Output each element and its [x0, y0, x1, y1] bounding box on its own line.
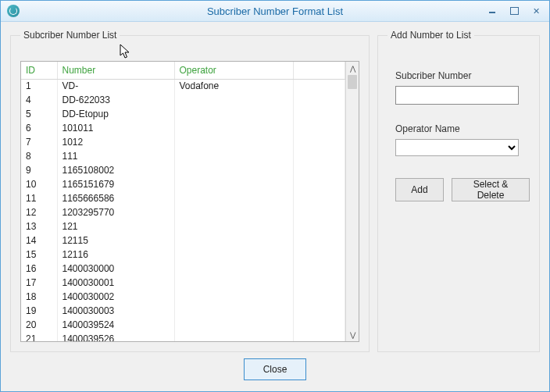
cell-id[interactable]: 10 — [21, 177, 57, 191]
cell-id[interactable]: 18 — [21, 290, 57, 304]
cell-id[interactable]: 15 — [21, 248, 57, 262]
cell-operator[interactable] — [174, 205, 293, 219]
col-header-extra[interactable] — [293, 62, 345, 79]
table-row[interactable]: 8111 — [21, 149, 345, 163]
scroll-up-button[interactable]: ⋀ — [346, 62, 359, 75]
cell-number[interactable]: 1203295770 — [57, 205, 174, 219]
cell-id[interactable]: 20 — [21, 318, 57, 332]
table-row[interactable]: 5DD-Etopup — [21, 107, 345, 121]
add-button[interactable]: Add — [395, 178, 444, 201]
table-row[interactable]: 1512116 — [21, 248, 345, 262]
cell-operator[interactable] — [174, 248, 293, 262]
cell-id[interactable]: 4 — [21, 93, 57, 107]
cell-number[interactable]: 1400030003 — [57, 304, 174, 318]
cell-number[interactable]: DD-622033 — [57, 93, 174, 107]
cell-id[interactable]: 6 — [21, 121, 57, 135]
cell-operator[interactable] — [174, 135, 293, 149]
cell-operator[interactable] — [174, 318, 293, 332]
subscriber-number-input[interactable] — [395, 86, 519, 105]
cell-operator[interactable] — [174, 219, 293, 233]
cell-number[interactable]: 121 — [57, 219, 174, 233]
cell-number[interactable]: 1400030000 — [57, 262, 174, 276]
scroll-thumb[interactable] — [348, 75, 357, 89]
cell-id[interactable]: 19 — [21, 304, 57, 318]
cell-number[interactable]: 1165151679 — [57, 177, 174, 191]
subscriber-table[interactable]: ID Number Operator 1VD-Vodafone4DD-62203… — [21, 62, 345, 341]
col-header-number[interactable]: Number — [57, 62, 174, 79]
cell-extra[interactable] — [293, 304, 345, 318]
cell-id[interactable]: 21 — [21, 332, 57, 341]
cell-operator[interactable] — [174, 276, 293, 290]
cell-id[interactable]: 8 — [21, 149, 57, 163]
table-row[interactable]: 121203295770 — [21, 205, 345, 219]
cell-number[interactable]: 111 — [57, 149, 174, 163]
table-row[interactable]: 111165666586 — [21, 191, 345, 205]
cell-operator[interactable] — [174, 177, 293, 191]
cell-id[interactable]: 17 — [21, 276, 57, 290]
table-header-row[interactable]: ID Number Operator — [21, 62, 345, 79]
col-header-id[interactable]: ID — [21, 62, 57, 79]
table-row[interactable]: 91165108002 — [21, 163, 345, 177]
cell-extra[interactable] — [293, 205, 345, 219]
table-row[interactable]: 191400030003 — [21, 304, 345, 318]
cell-extra[interactable] — [293, 290, 345, 304]
cell-extra[interactable] — [293, 93, 345, 107]
cell-number[interactable]: 1165108002 — [57, 163, 174, 177]
cell-extra[interactable] — [293, 332, 345, 341]
table-row[interactable]: 211400039526 — [21, 332, 345, 341]
cell-id[interactable]: 16 — [21, 262, 57, 276]
cell-extra[interactable] — [293, 135, 345, 149]
table-row[interactable]: 101165151679 — [21, 177, 345, 191]
cell-number[interactable]: 101011 — [57, 121, 174, 135]
cell-number[interactable]: 1012 — [57, 135, 174, 149]
cell-number[interactable]: VD- — [57, 79, 174, 93]
cell-number[interactable]: 1400030001 — [57, 276, 174, 290]
scroll-track[interactable] — [346, 75, 359, 328]
close-button[interactable]: Close — [244, 358, 306, 380]
cell-operator[interactable] — [174, 262, 293, 276]
cell-number[interactable]: 12116 — [57, 248, 174, 262]
table-row[interactable]: 13121 — [21, 219, 345, 233]
cell-extra[interactable] — [293, 276, 345, 290]
cell-operator[interactable] — [174, 332, 293, 341]
table-row[interactable]: 6101011 — [21, 121, 345, 135]
cell-extra[interactable] — [293, 163, 345, 177]
cell-operator[interactable] — [174, 149, 293, 163]
cell-operator[interactable] — [174, 93, 293, 107]
cell-extra[interactable] — [293, 191, 345, 205]
cell-operator[interactable] — [174, 163, 293, 177]
cell-extra[interactable] — [293, 79, 345, 93]
cell-extra[interactable] — [293, 233, 345, 248]
col-header-operator[interactable]: Operator — [174, 62, 293, 79]
cell-operator[interactable] — [174, 290, 293, 304]
cell-extra[interactable] — [293, 177, 345, 191]
cell-id[interactable]: 12 — [21, 205, 57, 219]
cell-operator[interactable] — [174, 233, 293, 248]
cell-number[interactable]: DD-Etopup — [57, 107, 174, 121]
table-row[interactable]: 1VD-Vodafone — [21, 79, 345, 93]
maximize-button[interactable] — [504, 3, 524, 19]
cell-number[interactable]: 1400039524 — [57, 318, 174, 332]
titlebar[interactable]: Subcriber Number Format List — [1, 1, 549, 22]
cell-extra[interactable] — [293, 149, 345, 163]
cell-number[interactable]: 1400039526 — [57, 332, 174, 341]
close-window-button[interactable] — [526, 3, 546, 19]
cell-extra[interactable] — [293, 318, 345, 332]
cell-extra[interactable] — [293, 219, 345, 233]
table-row[interactable]: 171400030001 — [21, 276, 345, 290]
operator-name-select[interactable] — [395, 139, 519, 156]
table-row[interactable]: 181400030002 — [21, 290, 345, 304]
scroll-down-button[interactable]: ⋁ — [346, 328, 359, 341]
cell-operator[interactable] — [174, 121, 293, 135]
table-row[interactable]: 4DD-622033 — [21, 93, 345, 107]
select-delete-button[interactable]: Select & Delete — [452, 178, 530, 201]
cell-operator[interactable]: Vodafone — [174, 79, 293, 93]
cell-id[interactable]: 9 — [21, 163, 57, 177]
cell-extra[interactable] — [293, 107, 345, 121]
cell-id[interactable]: 14 — [21, 233, 57, 248]
table-row[interactable]: 1412115 — [21, 233, 345, 248]
vertical-scrollbar[interactable]: ⋀ ⋁ — [345, 62, 359, 341]
cell-extra[interactable] — [293, 121, 345, 135]
cell-extra[interactable] — [293, 248, 345, 262]
cell-id[interactable]: 5 — [21, 107, 57, 121]
